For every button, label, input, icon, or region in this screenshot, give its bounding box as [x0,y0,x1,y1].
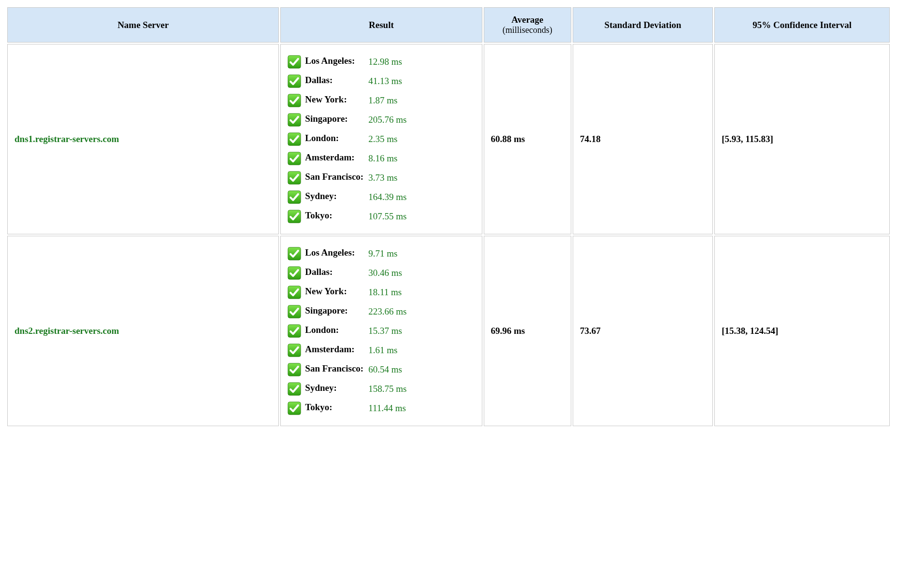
location-value: 60.54 ms [368,360,408,379]
check-icon [288,94,301,107]
location-row: Tokyo:111.44 ms [288,399,408,418]
location-row: Amsterdam:1.61 ms [288,341,408,360]
check-icon [288,344,301,357]
check-icon [288,247,301,260]
location-label: New York: [288,283,368,302]
location-results-table: Los Angeles:9.71 msDallas:30.46 msNew Yo… [288,244,408,418]
check-icon [288,55,301,69]
location-label: San Francisco: [288,360,368,379]
location-label: London: [288,321,368,341]
result-cell: Los Angeles:9.71 msDallas:30.46 msNew Yo… [280,236,482,426]
location-name: London [305,133,335,143]
location-value: 8.16 ms [368,149,408,168]
location-name: Sydney [305,383,333,393]
location-name: Los Angeles [305,247,352,258]
location-value: 111.44 ms [368,399,408,418]
location-name: Los Angeles [305,56,352,66]
location-row: Dallas:30.46 ms [288,263,408,283]
check-icon [288,382,301,396]
location-value: 1.61 ms [368,341,408,360]
location-value: 12.98 ms [368,52,408,72]
location-name: Tokyo [305,402,329,412]
location-value: 18.11 ms [368,283,408,302]
check-icon [288,132,301,146]
location-row: London:15.37 ms [288,321,408,341]
check-icon [288,286,301,299]
check-icon [288,363,301,376]
ci-cell: [5.93, 115.83] [714,44,890,234]
location-row: London:2.35 ms [288,129,408,149]
result-cell: Los Angeles:12.98 msDallas:41.13 msNew Y… [280,44,482,234]
header-average-label: Average [511,14,543,25]
location-name: Dallas [305,75,330,85]
header-ci: 95% Confidence Interval [714,7,890,43]
location-row: Los Angeles:12.98 ms [288,52,408,72]
location-label: Sydney: [288,187,368,207]
table-row: dns2.registrar-servers.comLos Angeles:9.… [7,236,890,426]
location-row: Dallas:41.13 ms [288,72,408,91]
location-label: Singapore: [288,110,368,129]
check-icon [288,171,301,185]
location-name: San Francisco [305,172,361,182]
location-label: Tokyo: [288,399,368,418]
location-name: Dallas [305,267,330,277]
stddev-cell: 74.18 [573,44,713,234]
header-average: Average (milliseconds) [484,7,571,43]
check-icon [288,305,301,318]
location-row: Amsterdam:8.16 ms [288,149,408,168]
check-icon [288,266,301,280]
location-label: Amsterdam: [288,149,368,168]
location-label: Los Angeles: [288,244,368,263]
location-row: New York:1.87 ms [288,91,408,110]
header-name-server: Name Server [7,7,279,43]
location-value: 9.71 ms [368,244,408,263]
location-name: Singapore [305,305,345,316]
location-label: San Francisco: [288,168,368,187]
check-icon [288,210,301,223]
location-value: 15.37 ms [368,321,408,341]
ci-cell: [15.38, 124.54] [714,236,890,426]
location-value: 164.39 ms [368,187,408,207]
location-name: New York [305,94,344,104]
location-value: 30.46 ms [368,263,408,283]
location-row: Singapore:223.66 ms [288,302,408,321]
location-row: Tokyo:107.55 ms [288,207,408,226]
location-name: Tokyo [305,210,329,220]
location-value: 3.73 ms [368,168,408,187]
check-icon [288,190,301,204]
location-row: Sydney:164.39 ms [288,187,408,207]
name-server-cell: dns1.registrar-servers.com [7,44,279,234]
stddev-cell: 73.67 [573,236,713,426]
location-row: San Francisco:60.54 ms [288,360,408,379]
location-name: Singapore [305,114,345,124]
header-average-sub: (milliseconds) [489,25,566,35]
location-value: 2.35 ms [368,129,408,149]
average-cell: 69.96 ms [484,236,571,426]
location-row: Los Angeles:9.71 ms [288,244,408,263]
location-label: Amsterdam: [288,341,368,360]
header-result: Result [280,7,482,43]
location-label: Tokyo: [288,207,368,226]
location-name: London [305,325,335,335]
average-cell: 60.88 ms [484,44,571,234]
location-row: Sydney:158.75 ms [288,379,408,399]
location-value: 223.66 ms [368,302,408,321]
location-label: London: [288,129,368,149]
location-label: Dallas: [288,263,368,283]
location-value: 1.87 ms [368,91,408,110]
location-value: 107.55 ms [368,207,408,226]
location-name: Amsterdam [305,152,351,162]
table-header-row: Name Server Result Average (milliseconds… [7,7,890,43]
check-icon [288,113,301,127]
location-label: Singapore: [288,302,368,321]
location-value: 158.75 ms [368,379,408,399]
check-icon [288,74,301,88]
location-row: New York:18.11 ms [288,283,408,302]
location-row: Singapore:205.76 ms [288,110,408,129]
location-value: 205.76 ms [368,110,408,129]
location-results-table: Los Angeles:12.98 msDallas:41.13 msNew Y… [288,52,408,226]
location-label: Los Angeles: [288,52,368,72]
location-label: Sydney: [288,379,368,399]
location-name: New York [305,286,344,296]
location-label: New York: [288,91,368,110]
